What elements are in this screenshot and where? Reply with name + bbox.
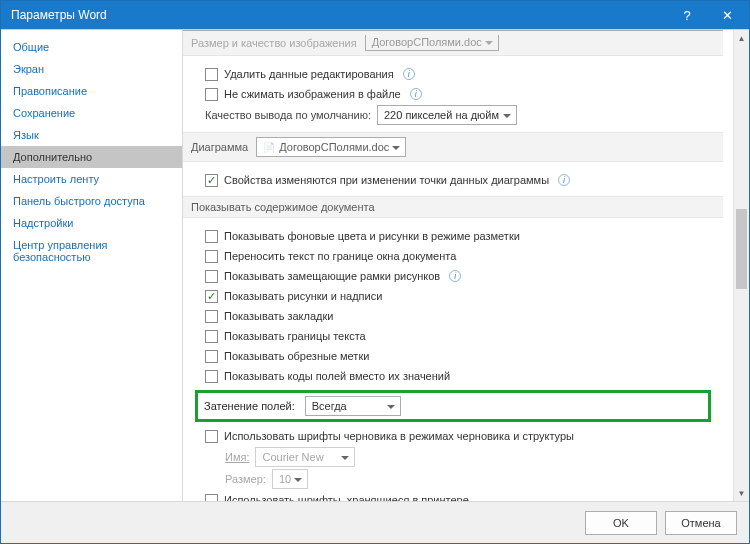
ok-button[interactable]: OK: [585, 511, 657, 535]
content-pane: Размер и качество изображения ДоговорСПо…: [183, 30, 733, 501]
titlebar: Параметры Word ? ✕: [1, 1, 749, 29]
checkbox-chart-props[interactable]: [205, 174, 218, 187]
row-font-name: Имя: Courier New: [203, 446, 723, 468]
label-field-codes: Показывать коды полей вместо их значений: [224, 367, 450, 385]
sidebar: Общие Экран Правописание Сохранение Язык…: [1, 30, 183, 501]
info-icon[interactable]: [403, 68, 415, 80]
sidebar-item-qat[interactable]: Панель быстрого доступа: [1, 190, 182, 212]
content-wrap: Размер и качество изображения ДоговорСПо…: [183, 30, 749, 501]
checkbox-text-boundaries[interactable]: [205, 330, 218, 343]
help-button[interactable]: ?: [667, 1, 707, 29]
vertical-scrollbar[interactable]: ▲ ▼: [733, 30, 749, 501]
scroll-up-icon[interactable]: ▲: [734, 30, 749, 46]
label-font-name: Имя:: [225, 448, 249, 466]
close-button[interactable]: ✕: [707, 1, 747, 29]
label-field-shading: Затенение полей:: [204, 400, 295, 412]
label-wrap-window: Переносить текст по границе окна докумен…: [224, 247, 456, 265]
label-no-compress: Не сжимать изображения в файле: [224, 85, 401, 103]
label-text-boundaries: Показывать границы текста: [224, 327, 366, 345]
info-icon[interactable]: [410, 88, 422, 100]
options-dialog: Параметры Word ? ✕ Общие Экран Правописа…: [0, 0, 750, 544]
sidebar-item-save[interactable]: Сохранение: [1, 102, 182, 124]
window-title: Параметры Word: [11, 8, 667, 22]
chart-doc-combo[interactable]: ДоговорСПолями.doc: [256, 137, 406, 157]
label-bookmarks: Показывать закладки: [224, 307, 333, 325]
checkbox-discard-edit[interactable]: [205, 68, 218, 81]
sidebar-item-customize-ribbon[interactable]: Настроить ленту: [1, 168, 182, 190]
checkbox-printer-fonts[interactable]: [205, 494, 218, 502]
scroll-down-icon[interactable]: ▼: [734, 485, 749, 501]
section-image-size-label: Размер и качество изображения: [191, 37, 357, 49]
row-discard-edit: Удалить данные редактирования: [183, 64, 723, 84]
combo-font-size: 10: [272, 469, 308, 489]
info-icon[interactable]: [558, 174, 570, 186]
label-draft-font: Использовать шрифты черновика в режимах …: [224, 427, 574, 445]
scroll-thumb[interactable]: [736, 209, 747, 289]
label-default-quality: Качество вывода по умолчанию:: [205, 106, 371, 124]
info-icon[interactable]: [449, 270, 461, 282]
checkbox-wrap-window[interactable]: [205, 250, 218, 263]
combo-font-name: Courier New: [255, 447, 355, 467]
cancel-button[interactable]: Отмена: [665, 511, 737, 535]
checkbox-crop-marks[interactable]: [205, 350, 218, 363]
sidebar-item-display[interactable]: Экран: [1, 58, 182, 80]
sidebar-item-trust-center[interactable]: Центр управления безопасностью: [1, 234, 182, 268]
field-shading-highlight: Затенение полей: Всегда: [195, 390, 711, 422]
section-doc-content: Показывать содержимое документа: [183, 196, 723, 218]
label-bg-colors: Показывать фоновые цвета и рисунки в реж…: [224, 227, 520, 245]
section-chart-label: Диаграмма: [191, 141, 248, 153]
sidebar-item-general[interactable]: Общие: [1, 36, 182, 58]
sidebar-item-proofing[interactable]: Правописание: [1, 80, 182, 102]
label-printer-fonts: Использовать шрифты, хранящиеся в принте…: [224, 491, 469, 501]
row-chart-props: Свойства изменяются при изменении точки …: [183, 170, 723, 190]
section-chart: Диаграмма ДоговорСПолями.doc: [183, 132, 723, 162]
sidebar-item-language[interactable]: Язык: [1, 124, 182, 146]
combo-default-quality[interactable]: 220 пикселей на дюйм: [377, 105, 517, 125]
checkbox-bookmarks[interactable]: [205, 310, 218, 323]
checkbox-drawings[interactable]: [205, 290, 218, 303]
checkbox-placeholders[interactable]: [205, 270, 218, 283]
checkbox-bg-colors[interactable]: [205, 230, 218, 243]
checkbox-draft-font[interactable]: [205, 430, 218, 443]
checkbox-no-compress[interactable]: [205, 88, 218, 101]
dialog-footer: OK Отмена: [1, 501, 749, 543]
section-image-size: Размер и качество изображения ДоговорСПо…: [183, 30, 723, 56]
sidebar-item-advanced[interactable]: Дополнительно: [1, 146, 182, 168]
label-font-size: Размер:: [225, 470, 266, 488]
label-crop-marks: Показывать обрезные метки: [224, 347, 369, 365]
label-placeholders: Показывать замещающие рамки рисунков: [224, 267, 440, 285]
checkbox-field-codes[interactable]: [205, 370, 218, 383]
label-discard-edit: Удалить данные редактирования: [224, 65, 394, 83]
sidebar-item-addins[interactable]: Надстройки: [1, 212, 182, 234]
image-size-doc-combo[interactable]: ДоговорСПолями.doc: [365, 35, 499, 51]
label-chart-props: Свойства изменяются при изменении точки …: [224, 171, 549, 189]
row-font-size: Размер: 10: [203, 468, 723, 490]
dialog-body: Общие Экран Правописание Сохранение Язык…: [1, 29, 749, 501]
label-drawings: Показывать рисунки и надписи: [224, 287, 382, 305]
row-no-compress: Не сжимать изображения в файле: [183, 84, 723, 104]
row-default-quality: Качество вывода по умолчанию: 220 пиксел…: [183, 104, 723, 126]
combo-field-shading[interactable]: Всегда: [305, 396, 401, 416]
